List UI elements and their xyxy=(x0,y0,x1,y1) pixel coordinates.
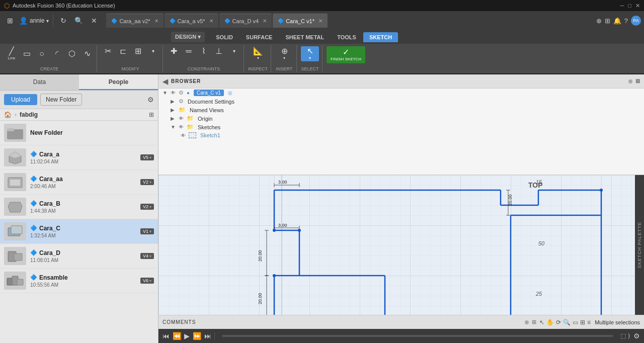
help-btn[interactable]: ? xyxy=(624,17,628,25)
list-item[interactable]: New Folder xyxy=(0,121,158,145)
browser-collapse-btn[interactable]: ◀ xyxy=(163,77,168,85)
file-version[interactable]: V1▾ xyxy=(140,228,154,234)
parallel-btn[interactable]: ═ xyxy=(182,46,195,56)
browser-eye-icon[interactable]: 👁 xyxy=(179,124,184,130)
circle-tool-btn[interactable]: ○ xyxy=(35,49,48,59)
scissors-tool-btn[interactable]: ✂ xyxy=(101,46,114,56)
rect-tool-btn[interactable]: ▭ xyxy=(20,49,33,59)
ribbon-tab-solid[interactable]: SOLID xyxy=(210,32,239,42)
coincident-btn[interactable]: ✚ xyxy=(167,46,180,56)
spline-tool-btn[interactable]: ∿ xyxy=(80,49,94,59)
search-btn[interactable]: 🔍 xyxy=(71,15,86,26)
browser-item-named-views[interactable]: ▶ 📁 Named Views xyxy=(158,106,644,114)
file-thumbnail xyxy=(4,247,26,265)
display-mode-btn[interactable]: ▭ xyxy=(573,319,578,326)
upload-button[interactable]: Upload xyxy=(4,94,37,105)
inspect-btn[interactable]: 📐 ▾ xyxy=(249,46,267,61)
browser-eye-icon[interactable]: 👁 xyxy=(171,90,176,96)
timeline-first-btn[interactable]: ⏮ xyxy=(163,332,170,340)
people-tab[interactable]: People xyxy=(79,74,158,90)
browser-item-sketches[interactable]: ▼ 👁 📁 Sketches xyxy=(158,123,644,131)
browser-item-sketch1[interactable]: 👁 ⬚ Sketch1 xyxy=(158,131,644,139)
grid-display-btn[interactable]: ⊞ xyxy=(580,319,585,326)
comments-expand-btn[interactable]: ⊞ xyxy=(532,319,536,325)
perpendicular-btn[interactable]: ⊥ xyxy=(212,46,225,56)
file-version[interactable]: V2▾ xyxy=(140,179,154,185)
timeline-next-btn[interactable]: ⏩ xyxy=(193,332,201,340)
file-version[interactable]: V2▾ xyxy=(140,204,154,210)
sketch-palette-label: SKETCH PALETTE xyxy=(637,222,642,268)
model-thumb-icon xyxy=(6,175,24,190)
line-tool-btn[interactable]: ╱ Line xyxy=(5,46,18,61)
home-nav-btn[interactable]: 🏠 xyxy=(4,111,12,118)
add-tab-btn[interactable]: ⊕ xyxy=(596,17,602,25)
timeline-play-btn[interactable]: ▶ xyxy=(184,332,190,340)
list-item[interactable]: 🔷 Cara_B 1:44:38 AM V2▾ xyxy=(0,195,158,219)
refresh-btn[interactable]: ↻ xyxy=(57,15,69,26)
ribbon-tab-surface[interactable]: SURFACE xyxy=(240,32,279,42)
ribbon-tab-sketch[interactable]: SKETCH xyxy=(363,32,398,42)
modify-arrow-btn[interactable]: ▾ xyxy=(146,47,159,55)
browser-eye-icon[interactable]: 👁 xyxy=(179,116,184,121)
tangent-btn[interactable]: ⌇ xyxy=(197,46,210,56)
browser-item-origin[interactable]: ▶ 👁 📁 Origin xyxy=(158,114,644,123)
options-btn[interactable]: ≡ xyxy=(587,319,591,326)
list-item[interactable]: 🔷 Cara_aa 2:00:46 AM V2▾ xyxy=(0,170,158,195)
list-item[interactable]: 🔷 Cara_a 11:02:04 AM V5▾ xyxy=(0,145,158,170)
close-btn[interactable]: ✕ xyxy=(635,3,640,9)
notification-btn[interactable]: 🔔 xyxy=(613,17,621,25)
insert-btn[interactable]: ⊕ ▾ xyxy=(275,46,293,61)
maximize-btn[interactable]: □ xyxy=(628,3,631,9)
offset-tool-btn[interactable]: ⊏ xyxy=(116,46,129,56)
file-version[interactable]: V4▾ xyxy=(140,253,154,259)
browser-item-doc-settings[interactable]: ▶ ⚙ Document Settings xyxy=(158,97,644,106)
cursor-tool-btn[interactable]: ↖ xyxy=(539,319,544,326)
polygon-tool-btn[interactable]: ⬡ xyxy=(65,49,78,59)
timeline-prev-btn[interactable]: ⏪ xyxy=(173,332,181,340)
tab-cara-a-close[interactable]: ✕ xyxy=(209,18,213,24)
select-btn[interactable]: ↖ ▾ xyxy=(301,46,319,61)
nav-options-btn[interactable]: ⊞ xyxy=(149,111,154,118)
close-doc-btn[interactable]: ✕ xyxy=(88,15,100,26)
tab-cara-aa[interactable]: 🔷 Cara_aa v2* ✕ xyxy=(106,14,163,28)
browser-item-cara-c[interactable]: ▼ 👁 ⚙ ● Cara_C v1 ◎ xyxy=(158,89,644,97)
minimize-btn[interactable]: ─ xyxy=(620,3,624,9)
timeline-icon2-btn[interactable]: ⟩ xyxy=(628,332,630,339)
ribbon-tab-tools[interactable]: TOOLS xyxy=(331,32,362,42)
tab-cara-d[interactable]: 🔷 Cara_D v4 ✕ xyxy=(219,14,272,28)
canvas-area: ◀ BROWSER ⊞ ▼ 👁 ⚙ ● Cara_C v1 ◎ ▶ ⚙ Docu… xyxy=(158,74,644,343)
tab-cara-c[interactable]: 🔷 Cara_C v1* ✕ xyxy=(273,14,328,28)
ribbon-tab-sheetmetal[interactable]: SHEET METAL xyxy=(279,32,330,42)
file-version[interactable]: V6▾ xyxy=(140,278,154,284)
timeline-last-btn[interactable]: ⏭ xyxy=(204,332,211,340)
design-menu-btn[interactable]: DESIGN ▾ xyxy=(171,32,205,42)
file-version[interactable]: V5▾ xyxy=(140,154,154,160)
tab-cara-d-close[interactable]: ✕ xyxy=(263,18,267,24)
zoom-btn[interactable]: 🔍 xyxy=(563,319,571,326)
tab-cara-a[interactable]: 🔷 Cara_a v5* ✕ xyxy=(165,14,218,28)
list-item[interactable]: 🔷 Cara_C 1:32:54 AM V1▾ xyxy=(0,219,158,244)
model-thumb-icon xyxy=(6,224,24,239)
constraints-arrow-btn[interactable]: ▾ xyxy=(227,47,240,55)
browser-expand-btn[interactable]: ⊞ xyxy=(635,78,640,84)
finish-sketch-btn[interactable]: ✓ FINISH SKETCH xyxy=(327,46,365,63)
pan-tool-btn[interactable]: ✋ xyxy=(546,319,554,326)
timeline-settings-btn[interactable]: ⚙ xyxy=(633,332,640,340)
list-item[interactable]: 🔷 Ensamble 10:55:56 AM V6▾ xyxy=(0,269,158,293)
settings-button[interactable]: ⚙ xyxy=(147,96,154,104)
list-item[interactable]: 🔷 Cara_D 11:08:01 AM V4▾ xyxy=(0,244,158,269)
tab-cara-aa-close[interactable]: ✕ xyxy=(154,18,158,24)
grid-icon[interactable]: ⊞ xyxy=(7,17,13,25)
user-info[interactable]: 👤 annie ▾ xyxy=(19,17,49,25)
timeline-icon1-btn[interactable]: ⬚ xyxy=(620,332,626,339)
layout-btn[interactable]: ⊞ xyxy=(605,17,610,25)
browser-eye-icon[interactable]: 👁 xyxy=(181,133,186,138)
tab-cara-c-close[interactable]: ✕ xyxy=(318,18,323,24)
project-tool-btn[interactable]: ⊞ xyxy=(131,46,144,56)
sketch-canvas[interactable]: 3.00 20.00 3.00 xyxy=(158,175,644,315)
new-folder-button[interactable]: New Folder xyxy=(40,94,82,106)
arc-tool-btn[interactable]: ◜ xyxy=(50,49,63,59)
orbit-tool-btn[interactable]: ⟳ xyxy=(556,319,561,326)
version-dropdown-icon: ▾ xyxy=(149,205,151,209)
data-tab[interactable]: Data xyxy=(0,74,79,90)
